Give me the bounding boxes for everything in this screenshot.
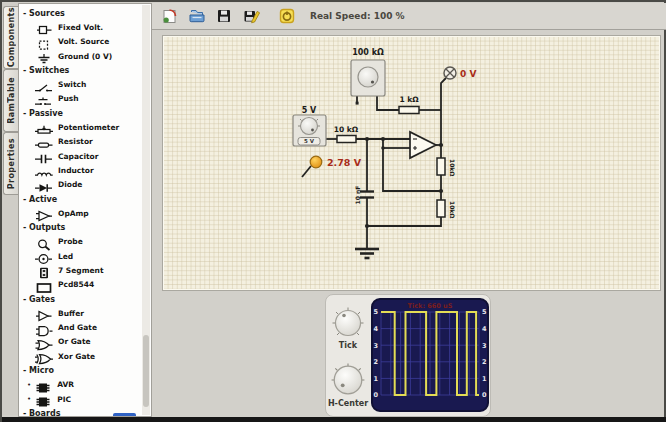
tree-item-pcd8544[interactable]: Pcd8544 bbox=[19, 278, 143, 292]
probe-0v[interactable]: 0 V bbox=[444, 67, 476, 79]
voltage-source-5v[interactable]: 5 V 5 V bbox=[293, 106, 326, 146]
inductor-icon bbox=[34, 164, 54, 176]
scope-scale-left: 5 bbox=[374, 308, 379, 316]
tree-item-push[interactable]: Push bbox=[19, 92, 143, 106]
source-label: 5 V bbox=[302, 106, 317, 115]
tab-properties[interactable]: Properties bbox=[3, 132, 18, 195]
tree-category-outputs[interactable]: -Outputs bbox=[19, 220, 143, 234]
source-knob[interactable] bbox=[301, 118, 318, 135]
item-label: Potentiometer bbox=[58, 123, 119, 132]
tree-item-or-gate[interactable]: Or Gate bbox=[19, 335, 143, 349]
item-label: Resistor bbox=[58, 137, 93, 146]
tick-knob[interactable] bbox=[331, 306, 365, 340]
save-as-icon[interactable] bbox=[242, 7, 260, 25]
push-icon bbox=[34, 93, 54, 105]
item-label: Or Gate bbox=[58, 337, 91, 346]
pcd8544-icon bbox=[34, 279, 54, 291]
tree-item-avr[interactable]: •AVR bbox=[19, 378, 143, 392]
save-icon[interactable] bbox=[215, 7, 233, 25]
category-label: Outputs bbox=[29, 223, 65, 232]
category-label: Gates bbox=[29, 295, 55, 304]
category-label: Switches bbox=[29, 66, 69, 75]
opamp[interactable] bbox=[410, 132, 436, 158]
category-label: Boards bbox=[29, 409, 60, 417]
tab-ramtable[interactable]: RamTable bbox=[3, 69, 18, 132]
chip-icon bbox=[33, 393, 53, 405]
scope-screen: 554433221100Tick: 660 uS bbox=[371, 298, 489, 412]
resistor-10k-top[interactable]: 10kΩ bbox=[437, 158, 456, 176]
tree-category-gates[interactable]: -Gates bbox=[19, 292, 143, 306]
item-label: Volt. Source bbox=[58, 37, 109, 46]
item-label: Capacitor bbox=[58, 152, 98, 161]
tree-item-potentiometer[interactable]: Potentiometer bbox=[19, 120, 143, 134]
new-circuit-icon[interactable] bbox=[161, 7, 179, 25]
pot-knob[interactable] bbox=[358, 67, 378, 87]
h-center-knob[interactable] bbox=[330, 362, 364, 396]
probe-278v[interactable]: 2.78 V bbox=[302, 156, 362, 177]
potentiometer-100k[interactable]: 100 kΩ bbox=[351, 48, 385, 96]
tree-item-pic[interactable]: •PIC bbox=[19, 392, 143, 406]
pot-label: 100 kΩ bbox=[352, 48, 384, 57]
r3-label: 10kΩ bbox=[449, 159, 456, 176]
sidebar-scrollbar-thumb[interactable] bbox=[143, 335, 149, 407]
item-label: And Gate bbox=[58, 323, 97, 332]
tree-item-xor-gate[interactable]: Xor Gate bbox=[19, 349, 143, 363]
category-label: Active bbox=[29, 195, 57, 204]
diode-icon bbox=[34, 179, 54, 191]
tree-category-sources[interactable]: -Sources bbox=[19, 6, 143, 20]
or-gate-icon bbox=[34, 336, 54, 348]
category-label: Sources bbox=[29, 9, 65, 18]
buffer-icon bbox=[34, 307, 54, 319]
tab-components[interactable]: Components bbox=[3, 6, 18, 69]
item-label: Ground (0 V) bbox=[58, 52, 112, 61]
resistor-10k-bottom[interactable]: 10kΩ bbox=[437, 200, 456, 218]
scope-scale-left: 2 bbox=[374, 358, 379, 366]
tree-category-passive[interactable]: -Passive bbox=[19, 106, 143, 120]
item-label: Led bbox=[58, 252, 73, 261]
tree-category-active[interactable]: -Active bbox=[19, 192, 143, 206]
tree-item-and-gate[interactable]: And Gate bbox=[19, 321, 143, 335]
tree-item-capacitor[interactable]: Capacitor bbox=[19, 149, 143, 163]
tree-item-7-segment[interactable]: 7 Segment bbox=[19, 263, 143, 277]
tree-item-opamp[interactable]: OpAmp bbox=[19, 206, 143, 220]
capacitor-10nf[interactable]: 10 nF bbox=[354, 186, 374, 205]
tree-item-probe[interactable]: Probe bbox=[19, 235, 143, 249]
sub-bullet: • bbox=[27, 381, 31, 389]
tree-category-switches[interactable]: -Switches bbox=[19, 63, 143, 77]
resistor-icon bbox=[34, 136, 54, 148]
resistor-10k-input[interactable]: 10 kΩ bbox=[334, 125, 359, 143]
capacitor-icon bbox=[34, 150, 54, 162]
tree-item-resistor[interactable]: Resistor bbox=[19, 135, 143, 149]
circuit-canvas[interactable]: 100 kΩ 1 kΩ 0 V 5 V bbox=[162, 35, 661, 291]
tree-item-led[interactable]: Led bbox=[19, 249, 143, 263]
tree-category-micro[interactable]: -Micro bbox=[19, 363, 143, 377]
scope-scale-right: 4 bbox=[482, 325, 487, 333]
power-icon[interactable] bbox=[278, 7, 296, 25]
ground-icon bbox=[34, 50, 54, 62]
tree-item-switch[interactable]: Switch bbox=[19, 77, 143, 91]
window-bottom-edge bbox=[2, 417, 666, 422]
component-sidebar: -SourcesFixed Volt.Volt. SourceGround (0… bbox=[18, 3, 152, 417]
ground-symbol[interactable] bbox=[355, 249, 379, 258]
item-label: Switch bbox=[58, 80, 86, 89]
cap-label: 10 nF bbox=[354, 186, 361, 205]
category-label: Micro bbox=[29, 366, 54, 375]
junction-dots bbox=[365, 137, 443, 228]
tree-item-ground-0-v[interactable]: Ground (0 V) bbox=[19, 49, 143, 63]
r1-label: 1 kΩ bbox=[399, 95, 419, 104]
scope-scale-left: 0 bbox=[374, 391, 379, 399]
item-label: Pcd8544 bbox=[58, 280, 94, 289]
tree-item-inductor[interactable]: Inductor bbox=[19, 163, 143, 177]
tree-item-buffer[interactable]: Buffer bbox=[19, 306, 143, 320]
open-icon[interactable] bbox=[188, 7, 206, 25]
sidebar-scrollbar[interactable] bbox=[142, 5, 150, 415]
potentiometer-icon bbox=[34, 122, 54, 134]
scope-scale-right: 2 bbox=[482, 358, 487, 366]
tree-item-diode[interactable]: Diode bbox=[19, 178, 143, 192]
tree-item-volt-source[interactable]: Volt. Source bbox=[19, 35, 143, 49]
tree-item-fixed-volt[interactable]: Fixed Volt. bbox=[19, 20, 143, 34]
item-label: 7 Segment bbox=[58, 266, 104, 275]
item-label: Xor Gate bbox=[58, 352, 95, 361]
resistor-1k[interactable]: 1 kΩ bbox=[399, 95, 419, 114]
tab-label: Properties bbox=[7, 138, 16, 189]
